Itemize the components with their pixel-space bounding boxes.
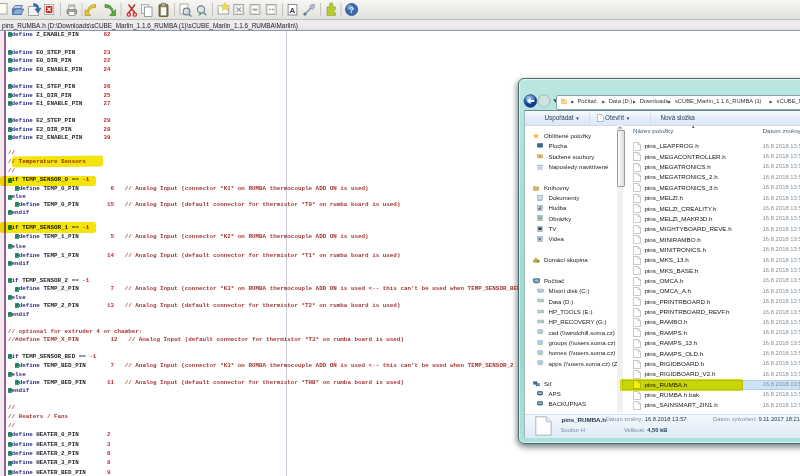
svg-text:A: A: [290, 6, 296, 15]
svg-text:?: ?: [349, 5, 355, 15]
